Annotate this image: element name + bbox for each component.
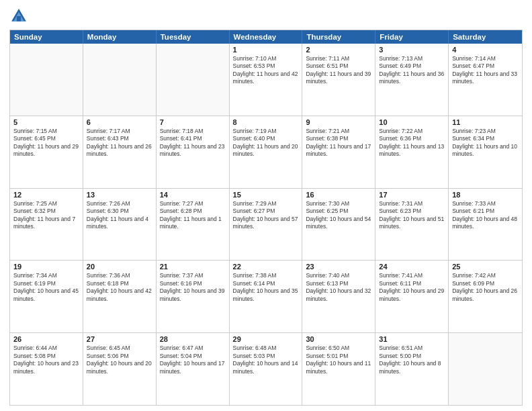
cell-info: Sunrise: 7:21 AM Sunset: 6:38 PM Dayligh… [306, 128, 371, 158]
cell-day-number: 15 [233, 191, 299, 199]
cell-day-number: 2 [306, 46, 371, 54]
cell-info: Sunrise: 7:36 AM Sunset: 6:18 PM Dayligh… [87, 272, 152, 303]
cell-info: Sunrise: 7:22 AM Sunset: 6:36 PM Dayligh… [379, 128, 445, 158]
calendar-cell: 16Sunrise: 7:30 AM Sunset: 6:25 PM Dayli… [302, 189, 375, 261]
cell-day-number: 6 [87, 118, 152, 126]
cell-info: Sunrise: 7:27 AM Sunset: 6:28 PM Dayligh… [160, 200, 226, 231]
cell-info: Sunrise: 7:26 AM Sunset: 6:30 PM Dayligh… [87, 200, 152, 231]
cell-info: Sunrise: 7:30 AM Sunset: 6:25 PM Dayligh… [306, 200, 371, 231]
calendar-cell: 12Sunrise: 7:25 AM Sunset: 6:32 PM Dayli… [10, 189, 83, 261]
cell-info: Sunrise: 7:14 AM Sunset: 6:47 PM Dayligh… [452, 55, 519, 86]
calendar-cell [449, 333, 522, 405]
calendar-cell: 8Sunrise: 7:19 AM Sunset: 6:40 PM Daylig… [230, 116, 303, 188]
page: SundayMondayTuesdayWednesdayThursdayFrid… [0, 0, 532, 411]
calendar-cell [157, 44, 230, 116]
header [9, 7, 523, 26]
calendar-cell: 31Sunrise: 6:51 AM Sunset: 5:00 PM Dayli… [375, 333, 449, 405]
cell-info: Sunrise: 7:34 AM Sunset: 6:19 PM Dayligh… [13, 272, 79, 303]
calendar-cell: 19Sunrise: 7:34 AM Sunset: 6:19 PM Dayli… [10, 261, 83, 332]
cell-info: Sunrise: 7:37 AM Sunset: 6:16 PM Dayligh… [160, 272, 226, 303]
cell-info: Sunrise: 7:29 AM Sunset: 6:27 PM Dayligh… [233, 200, 299, 231]
calendar-cell: 3Sunrise: 7:13 AM Sunset: 6:49 PM Daylig… [375, 44, 449, 116]
cell-info: Sunrise: 7:25 AM Sunset: 6:32 PM Dayligh… [13, 200, 79, 231]
cell-info: Sunrise: 7:23 AM Sunset: 6:34 PM Dayligh… [452, 128, 519, 158]
calendar-week: 19Sunrise: 7:34 AM Sunset: 6:19 PM Dayli… [10, 261, 522, 333]
cell-day-number: 12 [13, 191, 79, 199]
calendar-cell: 26Sunrise: 6:44 AM Sunset: 5:08 PM Dayli… [10, 333, 83, 405]
cell-day-number: 20 [87, 263, 152, 271]
calendar-cell: 25Sunrise: 7:42 AM Sunset: 6:09 PM Dayli… [449, 261, 522, 332]
calendar-week: 5Sunrise: 7:15 AM Sunset: 6:45 PM Daylig… [10, 116, 522, 189]
calendar-cell: 27Sunrise: 6:45 AM Sunset: 5:06 PM Dayli… [83, 333, 157, 405]
calendar-cell: 24Sunrise: 7:41 AM Sunset: 6:11 PM Dayli… [375, 261, 449, 332]
cell-info: Sunrise: 7:41 AM Sunset: 6:11 PM Dayligh… [379, 272, 445, 303]
cell-info: Sunrise: 7:10 AM Sunset: 6:53 PM Dayligh… [233, 55, 299, 86]
calendar-header-row: SundayMondayTuesdayWednesdayThursdayFrid… [10, 30, 522, 44]
calendar-cell: 30Sunrise: 6:50 AM Sunset: 5:01 PM Dayli… [302, 333, 375, 405]
cell-day-number: 25 [452, 263, 519, 271]
calendar-body: 1Sunrise: 7:10 AM Sunset: 6:53 PM Daylig… [10, 44, 522, 405]
cell-day-number: 13 [87, 191, 152, 199]
logo-icon [9, 7, 28, 26]
calendar-cell: 17Sunrise: 7:31 AM Sunset: 6:23 PM Dayli… [375, 189, 449, 261]
calendar-header-cell: Monday [83, 30, 157, 44]
svg-rect-2 [17, 16, 21, 21]
calendar-cell [83, 44, 157, 116]
cell-day-number: 3 [379, 46, 445, 54]
calendar-cell: 23Sunrise: 7:40 AM Sunset: 6:13 PM Dayli… [302, 261, 375, 332]
calendar-header-cell: Friday [375, 30, 449, 44]
cell-day-number: 31 [379, 335, 445, 343]
cell-info: Sunrise: 7:31 AM Sunset: 6:23 PM Dayligh… [379, 200, 445, 231]
calendar-cell: 28Sunrise: 6:47 AM Sunset: 5:04 PM Dayli… [157, 333, 230, 405]
cell-day-number: 17 [379, 191, 445, 199]
calendar-cell: 7Sunrise: 7:18 AM Sunset: 6:41 PM Daylig… [157, 116, 230, 188]
cell-day-number: 18 [452, 191, 519, 199]
cell-day-number: 26 [13, 335, 79, 343]
calendar-header-cell: Sunday [10, 30, 83, 44]
cell-info: Sunrise: 6:50 AM Sunset: 5:01 PM Dayligh… [306, 345, 371, 375]
cell-day-number: 8 [233, 118, 299, 126]
calendar-cell: 21Sunrise: 7:37 AM Sunset: 6:16 PM Dayli… [157, 261, 230, 332]
calendar-cell: 4Sunrise: 7:14 AM Sunset: 6:47 PM Daylig… [449, 44, 522, 116]
calendar-header-cell: Saturday [449, 30, 522, 44]
calendar: SundayMondayTuesdayWednesdayThursdayFrid… [9, 30, 523, 406]
cell-day-number: 21 [160, 263, 226, 271]
calendar-cell: 9Sunrise: 7:21 AM Sunset: 6:38 PM Daylig… [302, 116, 375, 188]
cell-info: Sunrise: 6:51 AM Sunset: 5:00 PM Dayligh… [379, 345, 445, 375]
calendar-week: 26Sunrise: 6:44 AM Sunset: 5:08 PM Dayli… [10, 333, 522, 405]
cell-day-number: 24 [379, 263, 445, 271]
calendar-cell: 22Sunrise: 7:38 AM Sunset: 6:14 PM Dayli… [230, 261, 303, 332]
calendar-cell: 29Sunrise: 6:48 AM Sunset: 5:03 PM Dayli… [230, 333, 303, 405]
calendar-cell: 18Sunrise: 7:33 AM Sunset: 6:21 PM Dayli… [449, 189, 522, 261]
calendar-cell: 10Sunrise: 7:22 AM Sunset: 6:36 PM Dayli… [375, 116, 449, 188]
cell-day-number: 1 [233, 46, 299, 54]
calendar-header-cell: Thursday [302, 30, 375, 44]
cell-info: Sunrise: 6:44 AM Sunset: 5:08 PM Dayligh… [13, 345, 79, 375]
calendar-cell: 11Sunrise: 7:23 AM Sunset: 6:34 PM Dayli… [449, 116, 522, 188]
calendar-week: 1Sunrise: 7:10 AM Sunset: 6:53 PM Daylig… [10, 44, 522, 116]
cell-info: Sunrise: 7:33 AM Sunset: 6:21 PM Dayligh… [452, 200, 519, 231]
calendar-cell: 1Sunrise: 7:10 AM Sunset: 6:53 PM Daylig… [230, 44, 303, 116]
cell-day-number: 5 [13, 118, 79, 126]
cell-day-number: 22 [233, 263, 299, 271]
cell-day-number: 9 [306, 118, 371, 126]
cell-day-number: 4 [452, 46, 519, 54]
cell-info: Sunrise: 7:11 AM Sunset: 6:51 PM Dayligh… [306, 55, 371, 86]
cell-info: Sunrise: 7:15 AM Sunset: 6:45 PM Dayligh… [13, 128, 79, 158]
calendar-header-cell: Tuesday [157, 30, 230, 44]
logo [9, 7, 31, 26]
cell-day-number: 11 [452, 118, 519, 126]
calendar-cell: 20Sunrise: 7:36 AM Sunset: 6:18 PM Dayli… [83, 261, 157, 332]
cell-info: Sunrise: 6:45 AM Sunset: 5:06 PM Dayligh… [87, 345, 152, 375]
cell-day-number: 16 [306, 191, 371, 199]
cell-info: Sunrise: 7:17 AM Sunset: 6:43 PM Dayligh… [87, 128, 152, 158]
calendar-cell: 6Sunrise: 7:17 AM Sunset: 6:43 PM Daylig… [83, 116, 157, 188]
calendar-cell: 14Sunrise: 7:27 AM Sunset: 6:28 PM Dayli… [157, 189, 230, 261]
calendar-week: 12Sunrise: 7:25 AM Sunset: 6:32 PM Dayli… [10, 189, 522, 261]
calendar-cell: 2Sunrise: 7:11 AM Sunset: 6:51 PM Daylig… [302, 44, 375, 116]
calendar-cell: 13Sunrise: 7:26 AM Sunset: 6:30 PM Dayli… [83, 189, 157, 261]
cell-info: Sunrise: 6:47 AM Sunset: 5:04 PM Dayligh… [160, 345, 226, 375]
cell-day-number: 14 [160, 191, 226, 199]
cell-day-number: 19 [13, 263, 79, 271]
cell-day-number: 23 [306, 263, 371, 271]
